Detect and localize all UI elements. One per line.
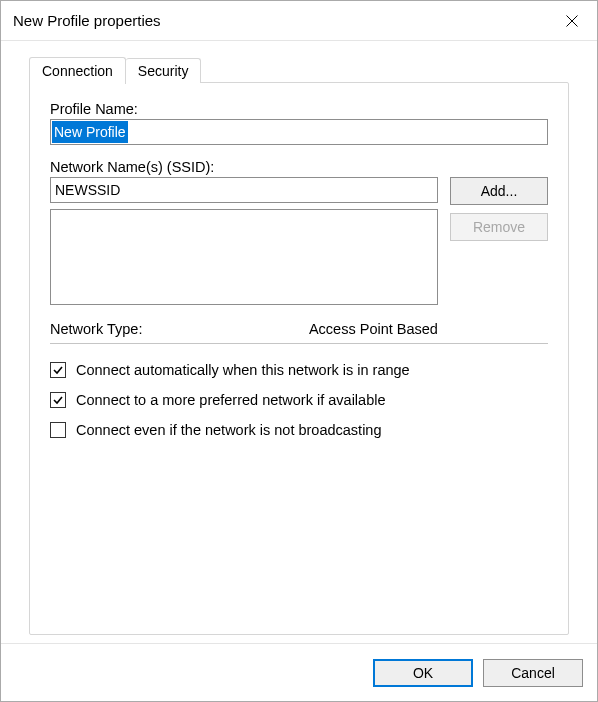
profile-name-label: Profile Name: [50,101,548,117]
ssid-block: Add... Remove [50,177,548,305]
check-auto-connect-row: Connect automatically when this network … [50,362,548,378]
check-auto-connect-label: Connect automatically when this network … [76,362,410,378]
tabstrip: Connection Security [29,55,569,83]
remove-button: Remove [450,213,548,241]
check-hidden-label: Connect even if the network is not broad… [76,422,381,438]
ok-button[interactable]: OK [373,659,473,687]
checkmark-icon [52,364,64,376]
window-title: New Profile properties [13,12,549,29]
titlebar: New Profile properties [1,1,597,41]
check-hidden-row: Connect even if the network is not broad… [50,422,548,438]
network-type-value: Access Point Based [309,321,438,337]
check-hidden[interactable] [50,422,66,438]
check-prefer-row: Connect to a more preferred network if a… [50,392,548,408]
checkbox-group: Connect automatically when this network … [50,362,548,438]
tab-connection[interactable]: Connection [29,57,126,84]
network-type-label: Network Type: [50,321,309,337]
check-prefer-label: Connect to a more preferred network if a… [76,392,386,408]
profile-name-value: New Profile [52,121,128,143]
add-button[interactable]: Add... [450,177,548,205]
tab-security[interactable]: Security [126,58,202,83]
network-type-row: Network Type: Access Point Based [50,321,548,344]
tabpage-connection: Profile Name: New Profile Network Name(s… [29,82,569,635]
dialog-window: New Profile properties Connection Securi… [0,0,598,702]
close-button[interactable] [549,1,595,40]
ssid-list[interactable] [50,209,438,305]
close-icon [566,15,578,27]
checkmark-icon [52,394,64,406]
ssid-label: Network Name(s) (SSID): [50,159,548,175]
check-prefer[interactable] [50,392,66,408]
check-auto-connect[interactable] [50,362,66,378]
dialog-footer: OK Cancel [1,643,597,701]
cancel-button[interactable]: Cancel [483,659,583,687]
dialog-body: Connection Security Profile Name: New Pr… [1,41,597,643]
ssid-input[interactable] [50,177,438,203]
profile-name-input[interactable]: New Profile [50,119,548,145]
